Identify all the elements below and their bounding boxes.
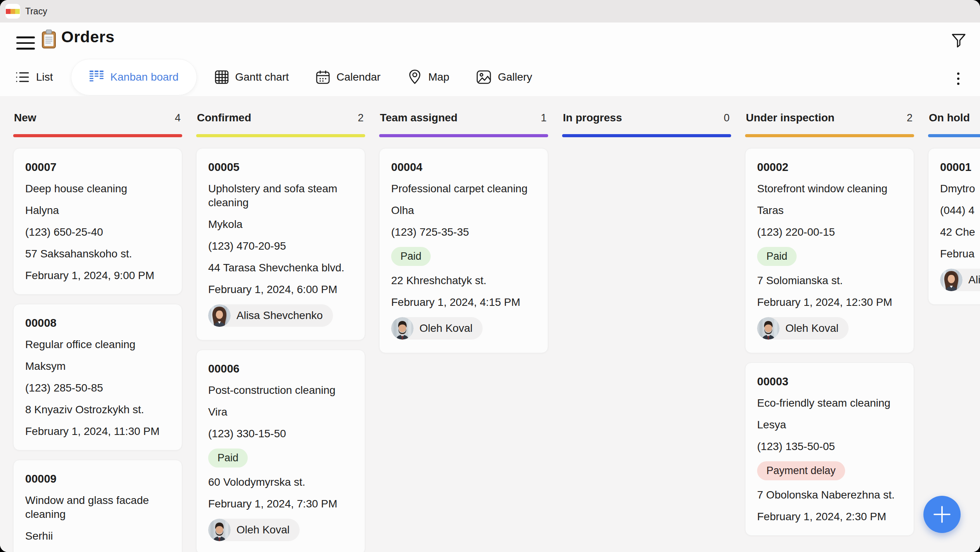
column-cards: 00005Upholstery and sofa steam cleaningM… (196, 148, 365, 552)
gallery-icon (476, 70, 491, 84)
column-count: 0 (724, 112, 730, 124)
assignee-row: Alis (940, 269, 980, 293)
column-header: Team assigned1 (379, 109, 548, 124)
column-accent-bar (379, 134, 548, 137)
kanban-column: On hold00001Dmytro(044) 442 CheFebruaAli… (928, 109, 980, 552)
payment-status-row: Paid (391, 247, 536, 266)
logo-square-yellow (15, 9, 20, 14)
assignee-row: Alisa Shevchenko (208, 304, 353, 328)
assignee-chip[interactable]: Alis (940, 269, 980, 291)
tab-kanban[interactable]: Kanban board (71, 59, 197, 95)
tab-label: Gallery (498, 71, 532, 83)
order-card[interactable]: 00007Deep house cleaningHalyna(123) 650-… (13, 148, 182, 295)
order-title: Window and glass facade cleaning (25, 493, 170, 521)
payment-status-badge: Paid (391, 247, 431, 266)
tab-map[interactable]: Map (408, 69, 449, 85)
payment-status-row: Payment delay (757, 461, 902, 480)
assignee-avatar (208, 519, 231, 541)
kanban-board: New400007Deep house cleaningHalyna(123) … (0, 96, 980, 552)
assignee-name: Oleh Koval (419, 322, 473, 335)
tab-label: Kanban board (110, 71, 179, 83)
client-phone: (123) 220-00-15 (757, 225, 902, 239)
tab-label: Map (428, 71, 449, 83)
order-address: 60 Volodymyrska st. (208, 475, 353, 489)
column-header: Under inspection2 (745, 109, 914, 124)
tab-list[interactable]: List (16, 71, 53, 83)
app-window: Tracy Orders ListKanban boardGantt chart… (0, 0, 980, 552)
order-datetime: February 1, 2024, 4:15 PM (391, 295, 536, 309)
kebab-menu-icon[interactable] (956, 71, 961, 88)
assignee-avatar (391, 317, 414, 340)
tab-gallery[interactable]: Gallery (476, 70, 532, 84)
tab-label: Gantt chart (235, 71, 289, 83)
order-card[interactable]: 00003Eco-friendly steam cleaningLesya(12… (745, 362, 914, 536)
client-phone: (123) 725-35-35 (391, 225, 536, 239)
client-name: Taras (757, 204, 902, 217)
assignee-chip[interactable]: Oleh Koval (208, 519, 300, 541)
client-phone: (123) 470-20-95 (208, 239, 353, 253)
assignee-avatar (208, 304, 231, 327)
client-name: Mykola (208, 217, 353, 231)
filter-icon[interactable] (951, 32, 967, 50)
app-name: Tracy (25, 6, 47, 17)
tab-gantt[interactable]: Gantt chart (215, 70, 289, 84)
order-card[interactable]: 00004Professional carpet cleaningOlha(12… (379, 148, 548, 353)
column-count: 2 (358, 112, 364, 124)
order-number: 00004 (391, 160, 536, 174)
order-card[interactable]: 00008Regular office cleaningMaksym(123) … (13, 304, 182, 450)
assignee-chip[interactable]: Alisa Shevchenko (208, 304, 333, 327)
payment-status-badge: Paid (208, 448, 248, 467)
column-accent-bar (196, 134, 365, 137)
client-phone: (123) 650-25-40 (25, 225, 170, 239)
column-title: In progress (563, 112, 622, 124)
column-header: New4 (13, 109, 182, 124)
order-datetime: February 1, 2024, 7:30 PM (208, 497, 353, 511)
order-card[interactable]: 00009Window and glass facade cleaningSer… (13, 460, 182, 552)
column-title: New (14, 112, 36, 124)
order-address: 57 Saksahanskoho st. (25, 247, 170, 261)
assignee-name: Oleh Koval (785, 322, 839, 335)
order-number: 00005 (208, 160, 353, 174)
client-name: Lesya (757, 418, 902, 432)
calendar-icon (316, 70, 330, 84)
client-name: Olha (391, 204, 536, 217)
order-number: 00001 (940, 160, 980, 174)
column-cards: 00002Storefront window cleaningTaras(123… (745, 148, 914, 536)
column-header: On hold (928, 109, 980, 124)
assignee-row: Oleh Koval (208, 519, 353, 543)
assignee-chip[interactable]: Oleh Koval (757, 317, 849, 340)
order-address: 8 Knyaziv Ostrozkykh st. (25, 403, 170, 417)
column-count: 2 (907, 112, 913, 124)
tracy-logo-icon (5, 4, 20, 19)
order-card[interactable]: 00006Post-construction cleaningVira(123)… (196, 350, 365, 552)
tab-label: List (36, 71, 53, 83)
column-header: Confirmed2 (196, 109, 365, 124)
column-accent-bar (13, 134, 182, 137)
order-number: 00007 (25, 160, 170, 174)
assignee-avatar (940, 269, 963, 291)
client-name: Maksym (25, 359, 170, 373)
column-count: 4 (175, 112, 181, 124)
order-number: 00003 (757, 374, 902, 388)
os-titlebar: Tracy (0, 0, 980, 22)
kanban-column: Confirmed200005Upholstery and sofa steam… (196, 109, 365, 552)
order-number: 00009 (25, 472, 170, 486)
add-order-button[interactable] (923, 496, 961, 533)
order-card[interactable]: 00002Storefront window cleaningTaras(123… (745, 148, 914, 353)
tab-calendar[interactable]: Calendar (316, 70, 381, 84)
order-datetime: February 1, 2024, 2:30 PM (757, 510, 902, 524)
column-cards: 00004Professional carpet cleaningOlha(12… (379, 148, 548, 353)
column-header: In progress0 (562, 109, 731, 124)
order-number: 00002 (757, 160, 902, 174)
kanban-column: In progress0 (562, 109, 731, 552)
column-accent-bar (562, 134, 731, 137)
menu-hamburger-icon[interactable] (16, 36, 35, 51)
order-card[interactable]: 00005Upholstery and sofa steam cleaningM… (196, 148, 365, 340)
order-title: Dmytro (940, 182, 980, 196)
order-card[interactable]: 00001Dmytro(044) 442 CheFebruaAlis (928, 148, 980, 305)
order-datetime: Februa (940, 247, 980, 261)
list-icon (16, 71, 29, 83)
tab-label: Calendar (336, 71, 381, 83)
kanban-column: Team assigned100004Professional carpet c… (379, 109, 548, 552)
assignee-chip[interactable]: Oleh Koval (391, 317, 483, 340)
